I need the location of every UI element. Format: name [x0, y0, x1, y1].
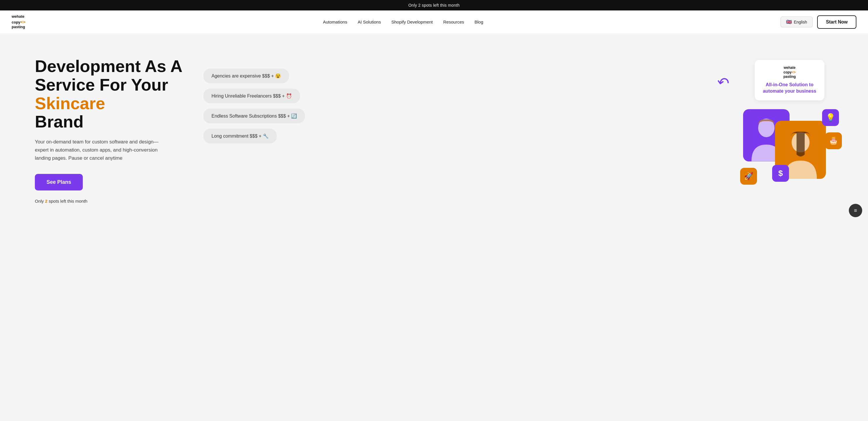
badge-bulb: 💡 [822, 109, 839, 126]
banner-text: Only 2 spots left this month [408, 3, 460, 7]
language-label: English [794, 20, 807, 24]
hero-left: Development As A Service For Your Skinca… [35, 51, 186, 203]
chat-bubble-1: Agencies are expensive $$$ + 😵 [203, 68, 289, 83]
floating-icon: ≡ [854, 207, 857, 214]
nav-automations[interactable]: Automations [323, 20, 347, 24]
start-now-button[interactable]: Start Now [817, 15, 857, 29]
hero-middle: Agencies are expensive $$$ + 😵 Hiring Un… [186, 51, 734, 143]
chat-bubble-2: Hiring Unreliable Freelancers $$$ + ⏰ [203, 89, 300, 103]
logo-diamond-icon: <> [20, 19, 26, 25]
hero-right: ↷ wehate copy<> pasting All-in-One Solut… [734, 51, 845, 185]
heading-line1: Development As A [35, 57, 182, 75]
solution-logo: wehate copy<> pasting [763, 66, 816, 79]
nav-shopify[interactable]: Shopify Development [391, 20, 433, 24]
see-plans-button[interactable]: See Plans [35, 174, 83, 191]
spots-prefix: Only [35, 199, 45, 203]
badge-rocket: 🚀 [740, 168, 757, 185]
nav-ai-solutions[interactable]: AI Solutions [358, 20, 381, 24]
flag-icon: 🇬🇧 [786, 19, 792, 25]
chat-bubble-3: Endless Software Subscriptions $$$ + 🔄 [203, 108, 305, 123]
avatar-collage: 💡 🎂 🚀 $ [740, 109, 839, 185]
badge-dollar: $ [772, 165, 789, 182]
nav-resources[interactable]: Resources [443, 20, 464, 24]
logo-text: wehate copy<> pasting [11, 14, 26, 30]
hero-section: Development As A Service For Your Skinca… [0, 34, 868, 231]
badge-cake: 🎂 [825, 132, 842, 149]
top-banner: Only 2 spots left this month [0, 0, 868, 10]
chat-bubble-4: Long commitment $$$ + 🔧 [203, 129, 277, 143]
nav-links: Automations AI Solutions Shopify Develop… [323, 20, 484, 25]
spots-suffix: spots left this month [48, 199, 87, 203]
hero-subtext: Your on-demand team for custom software … [35, 138, 168, 162]
solution-tagline: All-in-One Solution to automate your bus… [763, 82, 816, 95]
heading-highlight: Skincare [35, 94, 105, 112]
hero-heading: Development As A Service For Your Skinca… [35, 57, 186, 131]
spots-text: Only 2 spots left this month [35, 199, 186, 203]
solution-card: wehate copy<> pasting All-in-One Solutio… [755, 60, 825, 100]
logo: wehate copy<> pasting [11, 14, 26, 30]
floating-menu-button[interactable]: ≡ [849, 204, 862, 217]
heading-line2: Service For Your [35, 75, 168, 94]
language-button[interactable]: 🇬🇧 English [781, 17, 812, 27]
nav-blog[interactable]: Blog [474, 20, 483, 24]
navbar: wehate copy<> pasting Automations AI Sol… [0, 10, 868, 34]
heading-line3: Brand [35, 112, 84, 131]
solution-logo-diamond: <> [792, 70, 796, 74]
nav-right: 🇬🇧 English Start Now [781, 15, 857, 29]
